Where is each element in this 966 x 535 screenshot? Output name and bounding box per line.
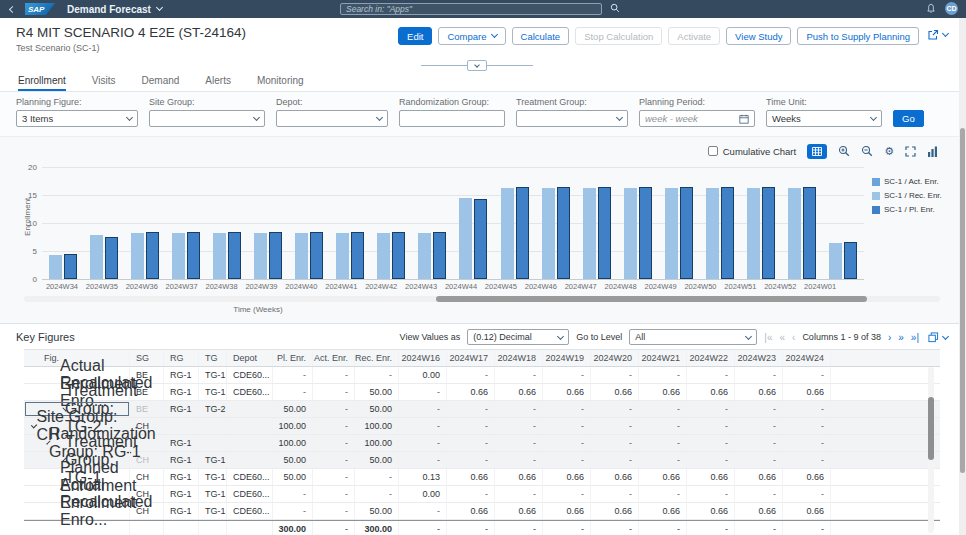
bar-group[interactable]: [782, 167, 823, 279]
shell-search-box[interactable]: [340, 3, 602, 15]
bar-pl-enr[interactable]: [680, 187, 693, 279]
column-header-tg[interactable]: TG: [199, 350, 227, 366]
filter-depot-select[interactable]: [276, 110, 388, 127]
bar-rec-enr[interactable]: [665, 188, 678, 279]
column-header-act-enr[interactable]: Act. Enr.: [313, 350, 355, 366]
legend-item[interactable]: SC-1 / Act. Enr.: [872, 177, 942, 186]
bar-rec-enr[interactable]: [377, 233, 390, 279]
checkbox-icon[interactable]: [708, 146, 718, 156]
fullscreen-icon[interactable]: [905, 146, 916, 157]
scrollbar-thumb[interactable]: [436, 296, 867, 302]
table-vertical-scrollbar[interactable]: [928, 367, 934, 533]
bar-group[interactable]: [206, 167, 247, 279]
bar-rec-enr[interactable]: [213, 233, 226, 279]
fast-prev-icon[interactable]: «: [779, 332, 785, 343]
search-input[interactable]: [346, 4, 596, 14]
go-to-level-select[interactable]: All: [629, 329, 757, 345]
filter-site-group-select[interactable]: [149, 110, 265, 127]
bar-pl-enr[interactable]: [187, 232, 200, 279]
bar-rec-enr[interactable]: [624, 188, 637, 279]
table-view-icon[interactable]: [807, 144, 827, 159]
first-page-icon[interactable]: |«: [764, 332, 772, 343]
avatar[interactable]: CD: [945, 2, 958, 15]
filter-treatment-group-select[interactable]: [516, 110, 628, 127]
column-header-depot[interactable]: Depot: [227, 350, 273, 366]
table-group-row[interactable]: Treatment Group: TG-1CHRG-1TG-150.00-50.…: [24, 452, 940, 469]
bar-pl-enr[interactable]: [146, 232, 159, 279]
push-to-supply-planning-button[interactable]: Push to Supply Planning: [797, 27, 919, 45]
bar-rec-enr[interactable]: [418, 233, 431, 279]
legend-item[interactable]: SC-1 / Rec. Enr.: [872, 191, 942, 200]
bar-group[interactable]: [330, 167, 371, 279]
bar-rec-enr[interactable]: [90, 235, 103, 279]
zoom-out-icon[interactable]: [861, 145, 873, 157]
fast-next-icon[interactable]: »: [898, 332, 904, 343]
bar-pl-enr[interactable]: [351, 232, 364, 279]
column-header-rg[interactable]: RG: [164, 350, 199, 366]
export-icon[interactable]: [926, 330, 950, 345]
table-row[interactable]: Recalculated Enro...BERG-1TG-1CDE60...--…: [24, 384, 940, 401]
filter-time-unit-select[interactable]: Weeks: [766, 110, 882, 127]
last-page-icon[interactable]: »|: [911, 332, 919, 343]
tab-demand[interactable]: Demand: [142, 75, 180, 91]
column-header-2024w18[interactable]: 2024W18: [495, 350, 543, 366]
column-header-2024w17[interactable]: 2024W17: [447, 350, 495, 366]
page-scrollbar[interactable]: [959, 18, 966, 535]
bar-group[interactable]: [83, 167, 124, 279]
next-page-icon[interactable]: ›: [888, 332, 891, 343]
bar-group[interactable]: [658, 167, 699, 279]
compare-button[interactable]: Compare: [438, 27, 505, 45]
column-header-2024w19[interactable]: 2024W19: [543, 350, 591, 366]
go-button[interactable]: Go: [893, 110, 924, 127]
scrollbar-thumb[interactable]: [960, 128, 965, 473]
tab-alerts[interactable]: Alerts: [205, 75, 231, 91]
column-header-2024w21[interactable]: 2024W21: [639, 350, 687, 366]
scrollbar-thumb[interactable]: [928, 397, 934, 460]
chart-horizontal-scrollbar[interactable]: [24, 296, 940, 302]
settings-gear-icon[interactable]: ⚙: [884, 146, 894, 157]
bar-pl-enr[interactable]: [557, 187, 570, 279]
chart-plot-area[interactable]: Enrollment 05101520: [42, 167, 864, 279]
bar-rec-enr[interactable]: [49, 255, 62, 279]
bell-icon[interactable]: [926, 3, 936, 14]
bar-rec-enr[interactable]: [788, 188, 801, 279]
bar-group[interactable]: [412, 167, 453, 279]
bar-pl-enr[interactable]: [762, 187, 775, 279]
view-study-button[interactable]: View Study: [726, 27, 791, 45]
bar-rec-enr[interactable]: [542, 188, 555, 279]
bar-rec-enr[interactable]: [829, 243, 842, 279]
bar-rec-enr[interactable]: [295, 233, 308, 279]
table-row[interactable]: Actual EnrollmentBERG-1TG-1CDE60...---0.…: [24, 367, 940, 384]
product-title[interactable]: Demand Forecast: [67, 4, 162, 15]
bar-group[interactable]: [535, 167, 576, 279]
bar-pl-enr[interactable]: [639, 187, 652, 279]
view-values-select[interactable]: (0.12) Decimal: [467, 329, 569, 345]
bar-group[interactable]: [741, 167, 782, 279]
prev-page-icon[interactable]: ‹: [792, 332, 795, 343]
bar-group[interactable]: [494, 167, 535, 279]
bar-rec-enr[interactable]: [583, 188, 596, 279]
bar-rec-enr[interactable]: [131, 233, 144, 279]
table-row[interactable]: Recalculated Enro...CHRG-1TG-1CDE60...--…: [24, 503, 940, 520]
share-icon[interactable]: [925, 27, 950, 43]
zoom-in-icon[interactable]: [838, 145, 850, 157]
fig-cell[interactable]: Recalculated Enro...: [24, 503, 130, 519]
bar-group[interactable]: [42, 167, 83, 279]
column-header-rec-enr[interactable]: Rec. Enr.: [355, 350, 399, 366]
bar-pl-enr[interactable]: [516, 187, 529, 279]
legend-item[interactable]: SC-1 / Pl. Enr.: [872, 205, 942, 214]
bar-rec-enr[interactable]: [501, 188, 514, 279]
filter-randomization-group-input[interactable]: [399, 110, 505, 127]
bar-pl-enr[interactable]: [105, 237, 118, 279]
bar-group[interactable]: [124, 167, 165, 279]
collapse-header-button[interactable]: [467, 60, 487, 71]
column-header-2024w23[interactable]: 2024W23: [735, 350, 783, 366]
bar-rec-enr[interactable]: [706, 188, 719, 279]
column-header-2024w20[interactable]: 2024W20: [591, 350, 639, 366]
bar-group[interactable]: [371, 167, 412, 279]
bar-group[interactable]: [165, 167, 206, 279]
bar-pl-enr[interactable]: [433, 232, 446, 279]
table-group-row[interactable]: Site Group: CHCH100.00-100.00---------: [24, 418, 940, 435]
column-header-2024w22[interactable]: 2024W22: [687, 350, 735, 366]
bar-group[interactable]: [289, 167, 330, 279]
